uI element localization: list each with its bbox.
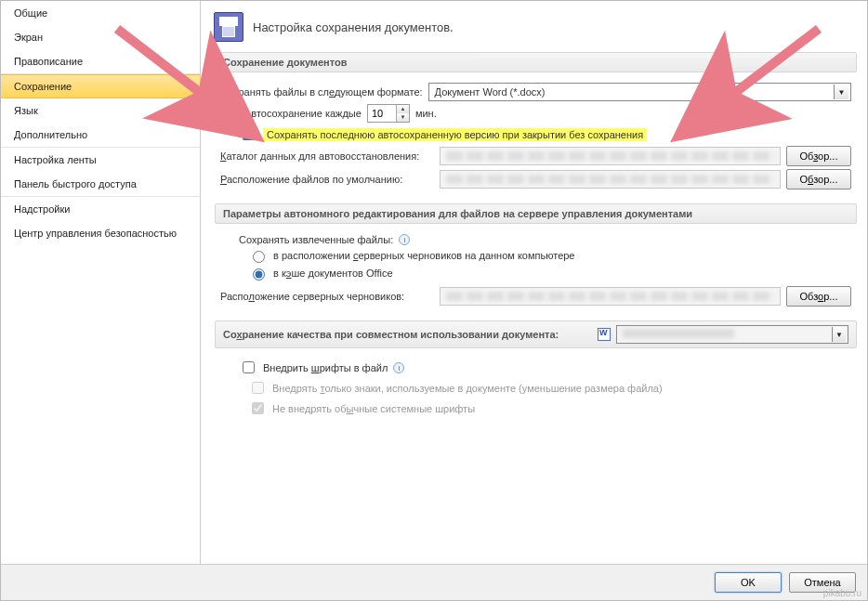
section-body: Сохранять файлы в следующем формате: Док… xyxy=(215,72,857,194)
embed-fonts-label: Внедрить шрифты в файл xyxy=(263,362,388,373)
default-location-input[interactable] xyxy=(440,170,781,189)
browse-default-button[interactable]: Обзор... xyxy=(786,169,851,189)
section-title-label: Сохранение качества при совместном испол… xyxy=(223,329,559,340)
embed-only-used-label: Внедрять только знаки, используемые в до… xyxy=(272,383,663,394)
embed-fonts-checkbox[interactable] xyxy=(243,361,255,373)
chevron-down-icon: ▼ xyxy=(834,85,848,99)
watermark: pikabu.ru xyxy=(823,588,861,598)
sidebar-item-language[interactable]: Язык xyxy=(1,98,200,123)
recovery-path-label: Каталог данных для автовосстановления: xyxy=(220,150,434,162)
document-select-dropdown[interactable]: ▼ xyxy=(616,325,848,344)
keep-last-autosave-label: Сохранять последнюю автосохраненную верс… xyxy=(263,128,647,141)
radio-office-cache-label: в кэше документов Office xyxy=(273,268,393,279)
section-save-documents: Сохранение документов Сохранять файлы в … xyxy=(214,51,858,195)
autosave-unit: мин. xyxy=(415,108,437,119)
recovery-path-input[interactable] xyxy=(440,147,781,165)
main-panel: Настройка сохранения документов. Сохране… xyxy=(201,1,867,564)
radio-server-drafts[interactable] xyxy=(253,251,265,263)
autosave-label: Автосохранение каждые xyxy=(244,108,362,119)
info-icon[interactable]: i xyxy=(393,362,404,373)
no-system-fonts-label: Не внедрять обычные системные шрифты xyxy=(272,403,475,414)
sidebar-item-proofing[interactable]: Правописание xyxy=(1,49,200,73)
default-location-label: Расположение файлов по умолчанию: xyxy=(220,174,434,185)
info-icon[interactable]: i xyxy=(399,234,410,245)
spinner-up-icon[interactable]: ▲ xyxy=(397,105,409,113)
page-title: Настройка сохранения документов. xyxy=(253,20,454,34)
format-label: Сохранять файлы в следующем формате: xyxy=(220,86,423,98)
section-heading: Сохранение документов xyxy=(215,52,857,72)
sidebar-item-trust-center[interactable]: Центр управления безопасностью xyxy=(1,221,200,245)
server-drafts-location-input[interactable] xyxy=(440,287,781,306)
keep-last-autosave-checkbox[interactable] xyxy=(243,128,255,140)
section-body: Внедрить шрифты в файл i Внедрять только… xyxy=(215,348,857,422)
word-doc-icon xyxy=(598,328,611,341)
no-system-fonts-checkbox xyxy=(252,402,264,414)
sidebar-item-ribbon[interactable]: Настройка ленты xyxy=(1,148,200,172)
save-extracted-label: Сохранять извлеченные файлы: xyxy=(239,234,393,245)
chevron-down-icon: ▼ xyxy=(832,327,846,342)
format-value: Документ Word (*.docx) xyxy=(435,86,546,98)
sidebar-item-general[interactable]: Общие xyxy=(1,1,200,25)
section-heading: Сохранение качества при совместном испол… xyxy=(215,320,857,348)
sidebar-item-qat[interactable]: Панель быстрого доступа xyxy=(1,172,200,196)
sidebar-item-save[interactable]: Сохранение xyxy=(1,74,200,98)
sidebar: Общие Экран Правописание Сохранение Язык… xyxy=(1,1,201,564)
sidebar-item-addins[interactable]: Надстройки xyxy=(1,197,200,221)
save-floppy-icon xyxy=(214,12,243,42)
sidebar-item-advanced[interactable]: Дополнительно xyxy=(1,123,200,147)
options-dialog: Общие Экран Правописание Сохранение Язык… xyxy=(0,0,868,601)
embed-only-used-checkbox xyxy=(252,382,264,394)
section-font-embedding: Сохранение качества при совместном испол… xyxy=(214,320,858,423)
header: Настройка сохранения документов. xyxy=(214,8,858,51)
section-body: Сохранять извлеченные файлы: i в располо… xyxy=(215,224,857,311)
spinner-down-icon[interactable]: ▼ xyxy=(397,113,409,122)
server-drafts-location-label: Расположение серверных черновиков: xyxy=(220,291,434,302)
radio-office-cache[interactable] xyxy=(253,268,265,281)
dialog-buttons: OK Отмена xyxy=(1,564,867,600)
autosave-interval-input[interactable] xyxy=(368,105,396,122)
browse-drafts-button[interactable]: Обзор... xyxy=(786,286,851,307)
format-dropdown[interactable]: Документ Word (*.docx) ▼ xyxy=(428,83,851,101)
dialog-content: Общие Экран Правописание Сохранение Язык… xyxy=(1,1,867,564)
autosave-interval-spinner[interactable]: ▲ ▼ xyxy=(367,104,410,123)
section-heading: Параметры автономного редактирования для… xyxy=(215,203,857,224)
autosave-checkbox[interactable] xyxy=(224,108,236,120)
sidebar-item-display[interactable]: Экран xyxy=(1,25,200,49)
ok-button[interactable]: OK xyxy=(715,572,782,593)
radio-server-drafts-label: в расположении серверных черновиков на д… xyxy=(273,250,575,261)
browse-recovery-button[interactable]: Обзор... xyxy=(786,146,851,166)
section-offline-editing: Параметры автономного редактирования для… xyxy=(214,203,858,312)
